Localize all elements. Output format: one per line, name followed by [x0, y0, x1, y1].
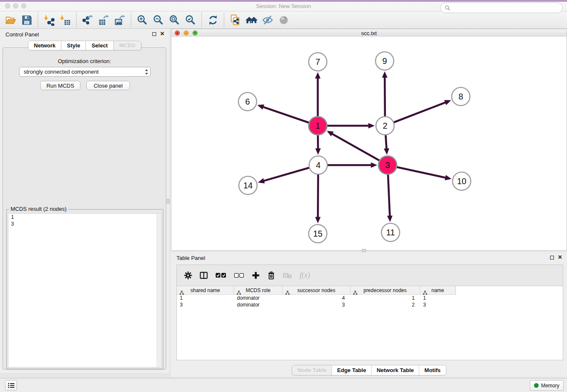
export-network-icon[interactable] — [80, 13, 96, 27]
node-9[interactable]: 9 — [376, 52, 394, 70]
cell-shared-name[interactable]: 3 — [177, 301, 234, 308]
open-file-icon[interactable] — [3, 13, 19, 27]
zoom-selected-icon[interactable] — [182, 13, 198, 27]
node-7[interactable]: 7 — [309, 53, 327, 71]
tab-edge-table[interactable]: Edge Table — [332, 365, 372, 375]
column-header-predecessor-nodes[interactable]: predecessor nodes — [350, 286, 420, 294]
edge-3-1[interactable] — [327, 131, 380, 160]
float-panel-icon[interactable] — [152, 32, 156, 36]
function-builder-icon[interactable]: f(x) — [300, 271, 310, 280]
select-all-icon[interactable] — [215, 273, 226, 278]
node-1[interactable]: 1 — [309, 117, 327, 135]
toggle-panel-icon[interactable] — [200, 271, 208, 279]
edge-2-9[interactable] — [382, 71, 388, 116]
first-neighbors-icon[interactable] — [243, 13, 259, 27]
zoom-out-icon[interactable] — [150, 13, 166, 27]
refresh-icon[interactable] — [205, 13, 221, 27]
float-table-panel-icon[interactable] — [550, 256, 554, 259]
edge-1-7[interactable] — [315, 72, 321, 117]
tab-network[interactable]: Network — [28, 41, 61, 50]
zoom-in-icon[interactable] — [134, 13, 150, 27]
edge-4-15[interactable] — [315, 174, 321, 223]
result-line: 1 — [8, 214, 161, 221]
hide-selected-icon[interactable] — [259, 13, 275, 27]
close-table-panel-icon[interactable]: ✕ — [558, 255, 562, 259]
edge-2-8[interactable] — [394, 100, 451, 122]
node-2[interactable]: 2 — [376, 117, 394, 135]
network-titlebar[interactable]: x – + scc.txt — [171, 29, 567, 37]
zoom-fit-icon[interactable] — [166, 13, 182, 27]
horizontal-splitter-handle[interactable] — [362, 249, 366, 252]
node-4[interactable]: 4 — [309, 156, 328, 174]
column-header-name[interactable]: name — [420, 286, 456, 294]
delete-column-icon[interactable] — [267, 271, 275, 280]
edge-4-3[interactable] — [328, 163, 377, 168]
show-all-icon[interactable] — [275, 13, 292, 27]
svg-text:8: 8 — [458, 92, 463, 101]
node-8[interactable]: 8 — [452, 88, 470, 106]
add-column-icon[interactable] — [252, 271, 260, 279]
tab-style[interactable]: Style — [61, 41, 86, 50]
export-image-icon[interactable] — [112, 13, 128, 27]
result-scrollbar[interactable] — [157, 214, 161, 367]
select-spinner-icon — [145, 69, 149, 75]
network-canvas[interactable]: 7968124314101511 — [171, 37, 567, 250]
column-header-label: successor nodes — [297, 287, 335, 293]
tab-network-table[interactable]: Network Table — [372, 365, 419, 375]
clone-network-icon[interactable] — [227, 13, 243, 27]
delete-table-icon[interactable] — [283, 272, 292, 279]
task-history-button[interactable] — [5, 380, 17, 391]
table-row[interactable]: 1dominator411 — [177, 295, 563, 301]
cell-mcds-role[interactable]: dominator — [234, 295, 283, 301]
edge-4-14[interactable] — [258, 168, 310, 183]
tab-node-table[interactable]: Node Table — [292, 365, 332, 375]
control-panel: Control Panel ✕ NetworkStyleSelectMCDS O… — [0, 29, 169, 373]
table-settings-icon[interactable] — [184, 271, 192, 279]
tab-select[interactable]: Select — [86, 41, 113, 50]
cell-name[interactable]: 3 — [420, 301, 456, 308]
edge-3-10[interactable] — [396, 167, 451, 180]
search-input[interactable] — [453, 4, 558, 11]
cell-successor-nodes[interactable]: 4 — [283, 295, 350, 301]
edge-1-2[interactable] — [327, 123, 375, 129]
close-panel-button[interactable]: Close panel — [86, 81, 130, 90]
edge-1-6[interactable] — [257, 105, 309, 123]
node-3[interactable]: 3 — [379, 156, 397, 174]
import-table-icon[interactable] — [57, 13, 73, 27]
column-header-mcds-role[interactable]: MCDS role — [234, 286, 283, 294]
node-10[interactable]: 10 — [453, 172, 471, 190]
edge-1-4[interactable] — [315, 135, 321, 155]
criterion-select[interactable]: strongly connected component — [19, 67, 151, 77]
vertical-splitter-handle[interactable] — [166, 199, 170, 204]
cell-successor-nodes[interactable]: 3 — [283, 301, 350, 308]
import-network-icon[interactable] — [41, 13, 57, 27]
toolbar-separator — [224, 13, 224, 27]
export-table-icon[interactable] — [96, 13, 112, 27]
table-row[interactable]: 3dominator323 — [177, 301, 563, 308]
run-mcds-button[interactable]: Run MCDS — [40, 81, 80, 90]
deselect-all-icon[interactable] — [234, 273, 244, 278]
tab-motifs[interactable]: Motifs — [419, 365, 446, 375]
edge-2-3[interactable] — [384, 135, 389, 155]
node-6[interactable]: 6 — [239, 93, 257, 111]
edge-3-11[interactable] — [387, 174, 393, 222]
tab-mcds[interactable]: MCDS — [114, 41, 141, 50]
mcds-result-list[interactable]: 13 — [8, 213, 162, 367]
column-header-successor-nodes[interactable]: successor nodes — [283, 286, 350, 294]
cell-shared-name[interactable]: 1 — [177, 295, 234, 301]
cell-predecessor-nodes[interactable]: 2 — [350, 301, 420, 308]
node-15[interactable]: 15 — [309, 225, 327, 243]
memory-button[interactable]: Memory — [530, 380, 564, 391]
search-box[interactable] — [440, 3, 563, 13]
save-session-icon[interactable] — [19, 13, 35, 27]
close-panel-icon[interactable]: ✕ — [160, 32, 165, 36]
cell-predecessor-nodes[interactable]: 1 — [350, 295, 420, 301]
column-header-shared-name[interactable]: shared name — [177, 286, 234, 294]
svg-text:14: 14 — [243, 181, 253, 190]
network-graph[interactable]: 7968124314101511 — [171, 37, 567, 250]
cell-name[interactable]: 1 — [420, 295, 456, 301]
node-14[interactable]: 14 — [239, 177, 257, 195]
node-11[interactable]: 11 — [382, 224, 400, 242]
cell-mcds-role[interactable]: dominator — [234, 301, 283, 308]
node-table-container: f(x) shared nameMCDS rolesuccessor nodes… — [176, 265, 563, 360]
